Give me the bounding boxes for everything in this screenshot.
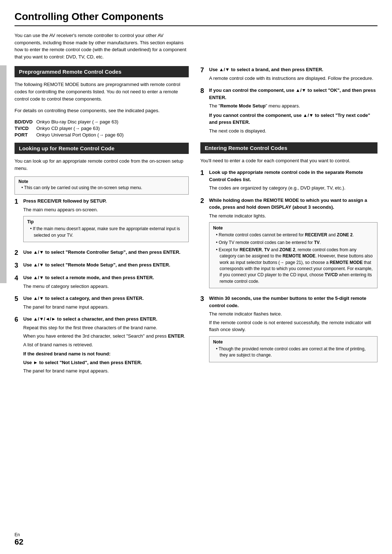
step-lookup-4: 4 Use ▲/▼ to select a remote mode, and t… (15, 274, 189, 291)
step6-subheader1: If the desired brand name is not found: (23, 350, 189, 358)
section2-note-bullet: This can only be carried out using the o… (21, 185, 185, 191)
enter-step3-note: Note Though the provided remote control … (209, 336, 377, 362)
enter-step2-note-b2: Only TV remote control codes can be ente… (216, 240, 373, 246)
step1-tip: Tip If the main menu doesn't appear, mak… (23, 216, 189, 242)
step1-tip-bullet: If the main menu doesn't appear, make su… (30, 226, 185, 239)
step-cont-8: 8 If you can control the component, use … (200, 87, 377, 136)
section-lookup: Looking up for Remote Control Code You c… (15, 143, 189, 376)
steps-continued: 7 Use ▲/▼ to select a brand, and then pr… (200, 66, 377, 136)
step4-desc: The menu of category selection appears. (23, 283, 189, 290)
step8-substep: If you cannot control the component, use… (209, 112, 377, 135)
step6-title: Use ▲/▼/◄/► to select a character, and t… (23, 315, 189, 323)
page-container: Controlling Other Components You can use… (0, 0, 392, 554)
right-column: 7 Use ▲/▼ to select a brand, and then pr… (200, 66, 377, 380)
enter-step2-note: Note Remote control codes cannot be ente… (209, 222, 377, 288)
page-num-area: En 62 (15, 532, 23, 547)
section3-header: Entering Remote Control Codes (200, 142, 377, 154)
step2-title: Use ▲/▼ to select "Remote Controller Set… (23, 249, 189, 256)
step-cont-7: 7 Use ▲/▼ to select a brand, and then pr… (200, 66, 377, 83)
step-enter-1: 1 Look up the appropriate remote control… (200, 169, 377, 193)
step6-subdesc1: Use ► to select "Not Listed", and then p… (23, 359, 189, 366)
step1-desc: The main menu appears on-screen. (23, 206, 189, 213)
enter-step3-desc1: The remote indicator flashes twice. (209, 310, 377, 318)
section1-body1: The following REMOTE MODE buttons are pr… (15, 81, 189, 103)
device-val-port: Onkyo Universal Port Option (→ page 60) (36, 132, 189, 138)
section1-header: Preprogrammed Remote Control Codes (15, 66, 189, 77)
step6-desc3: A list of brand names is retrieved. (23, 341, 189, 349)
enter-step3-desc2: If the remote control code is not entere… (209, 319, 377, 333)
side-decoration (0, 65, 7, 283)
step-enter-2: 2 While holding down the REMOTE MODE to … (200, 197, 377, 292)
step3-title: Use ▲/▼ to select "Remote Mode Setup", a… (23, 261, 189, 269)
step7-desc: A remote control code with its instructi… (209, 75, 377, 82)
step6-subdesc2: The panel for brand name input appears. (23, 367, 189, 375)
section2-header: Looking up for Remote Control Code (15, 143, 189, 154)
step1-title: Press RECEIVER followed by SETUP. (23, 197, 189, 205)
device-row-bddvd: BD/DVD Onkyo Blu-ray Disc player (→ page… (15, 119, 189, 125)
enter-step3-note-label: Note (213, 339, 373, 345)
device-table: BD/DVD Onkyo Blu-ray Disc player (→ page… (15, 119, 189, 138)
enter-step2-note-label: Note (213, 225, 373, 231)
steps-lookup: 1 Press RECEIVER followed by SETUP. The … (15, 197, 189, 376)
enter-step3-title: Within 30 seconds, use the number button… (209, 295, 377, 309)
step-lookup-6: 6 Use ▲/▼/◄/► to select a character, and… (15, 315, 189, 376)
step6-desc2: When you have entered the 3rd character,… (23, 333, 189, 340)
device-key-bddvd: BD/DVD (15, 119, 36, 125)
enter-step3-note-b1: Though the provided remote control codes… (216, 346, 373, 359)
section2-body: You can look up for an appropriate remot… (15, 158, 189, 172)
section3-intro: You'll need to enter a code for each com… (200, 157, 377, 164)
enter-step1-desc: The codes are organized by category (e.g… (209, 184, 377, 192)
step-lookup-1: 1 Press RECEIVER followed by SETUP. The … (15, 197, 189, 245)
enter-step2-note-b3: Except for RECEIVER, TV and ZONE 2, remo… (216, 247, 373, 285)
intro-text: You can use the AV receiver's remote con… (15, 32, 189, 60)
step-lookup-3: 3 Use ▲/▼ to select "Remote Mode Setup",… (15, 261, 189, 270)
page-number: 62 (15, 537, 23, 547)
step7-title: Use ▲/▼ to select a brand, and then pres… (209, 66, 377, 73)
step8-title: If you can control the component, use ▲/… (209, 87, 377, 101)
step1-tip-label: Tip (27, 219, 185, 225)
device-val-bddvd: Onkyo Blu-ray Disc player (→ page 63) (36, 119, 189, 125)
section-preprogrammed: Preprogrammed Remote Control Codes The f… (15, 66, 189, 138)
step6-desc1: Repeat this step for the first three cha… (23, 324, 189, 331)
step4-title: Use ▲/▼ to select a remote mode, and the… (23, 274, 189, 281)
device-row-port: PORT Onkyo Universal Port Option (→ page… (15, 132, 189, 138)
enter-step2-desc: The remote indicator lights. (209, 212, 377, 220)
left-column: Preprogrammed Remote Control Codes The f… (15, 66, 189, 380)
device-key-port: PORT (15, 132, 36, 138)
step8-desc1: The "Remote Mode Setup" menu appears. (209, 102, 377, 110)
page-title: Controlling Other Components (15, 11, 377, 26)
step5-desc: The panel for brand name input appears. (23, 304, 189, 311)
section1-body2: For details on controlling these compone… (15, 107, 189, 114)
step-lookup-5: 5 Use ▲/▼ to select a category, and then… (15, 295, 189, 312)
enter-step1-title: Look up the appropriate remote control c… (209, 169, 377, 183)
enter-step2-note-b1: Remote control codes cannot be entered f… (216, 232, 373, 238)
step8-subdesc: The next code is displayed. (209, 127, 377, 135)
device-key-tvcd: TV/CD (15, 126, 36, 131)
enter-step2-title: While holding down the REMOTE MODE to wh… (209, 197, 377, 211)
step-enter-3: 3 Within 30 seconds, use the number butt… (200, 295, 377, 365)
step8-subheader: If you cannot control the component, use… (209, 112, 377, 126)
section2-note-label: Note (19, 179, 185, 184)
two-col-layout: Preprogrammed Remote Control Codes The f… (15, 66, 377, 380)
step-lookup-2: 2 Use ▲/▼ to select "Remote Controller S… (15, 249, 189, 258)
section-entering: Entering Remote Control Codes You'll nee… (200, 142, 377, 365)
step5-title: Use ▲/▼ to select a category, and then p… (23, 295, 189, 302)
section2-note: Note This can only be carried out using … (15, 176, 189, 195)
device-val-tvcd: Onkyo CD player (→ page 63) (36, 126, 189, 131)
device-row-tvcd: TV/CD Onkyo CD player (→ page 63) (15, 126, 189, 131)
en-label: En (15, 532, 23, 537)
